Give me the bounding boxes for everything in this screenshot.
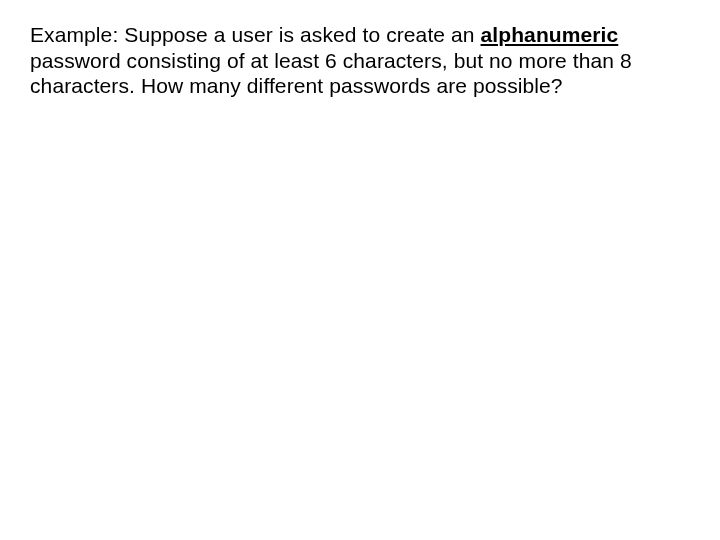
example-rest: password consisting of at least 6 charac… <box>30 49 632 98</box>
slide-container: Example: Suppose a user is asked to crea… <box>0 0 720 540</box>
keyword-alphanumeric: alphanumeric <box>481 23 619 46</box>
example-paragraph: Example: Suppose a user is asked to crea… <box>30 22 690 99</box>
example-prefix: Example: Suppose a user is asked to crea… <box>30 23 481 46</box>
